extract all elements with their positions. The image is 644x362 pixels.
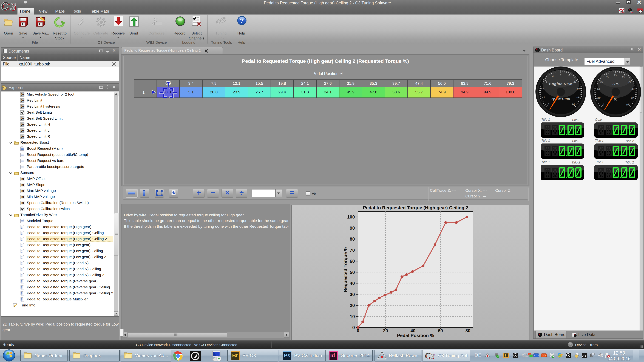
svg-text:80: 80	[465, 328, 470, 333]
svg-text:0: 0	[22, 189, 24, 193]
svg-text:40: 40	[606, 75, 610, 78]
svg-text:90: 90	[350, 225, 355, 231]
svg-text:100: 100	[626, 103, 630, 106]
svg-text:13: 13	[576, 88, 580, 91]
svg-text:10: 10	[598, 96, 601, 99]
svg-text:0: 0	[357, 328, 359, 333]
svg-text:0: 0	[352, 325, 355, 330]
svg-text:50: 50	[614, 73, 618, 76]
svg-text:70: 70	[350, 248, 355, 253]
svg-text:TPS: TPS	[612, 82, 620, 86]
svg-text:14: 14	[576, 96, 579, 99]
svg-text:0: 0	[22, 183, 24, 186]
svg-text:rpmx1000: rpmx1000	[552, 97, 570, 101]
svg-text:80: 80	[350, 236, 355, 242]
svg-text:10: 10	[567, 75, 570, 78]
svg-text:0: 0	[22, 177, 24, 180]
svg-text:3: 3	[10, 1, 16, 11]
svg-text:70: 70	[628, 80, 632, 83]
svg-text:30: 30	[350, 292, 355, 297]
svg-text:Engine RPM: Engine RPM	[549, 82, 573, 86]
svg-text:60: 60	[350, 259, 355, 264]
svg-text:40: 40	[350, 281, 355, 286]
svg-text:0: 0	[22, 123, 24, 126]
svg-text:90: 90	[631, 96, 634, 99]
svg-text:20: 20	[383, 328, 388, 333]
svg-text:40: 40	[410, 328, 416, 333]
svg-text:CC4: CC4	[542, 354, 546, 357]
svg-text:0: 0	[22, 105, 24, 108]
svg-text:11: 11	[573, 80, 576, 83]
svg-text:20: 20	[350, 303, 355, 308]
svg-text:Requested Torque %: Requested Torque %	[343, 247, 348, 292]
svg-text:60: 60	[438, 328, 443, 333]
svg-text:3: 3	[430, 352, 434, 360]
svg-text:80: 80	[632, 88, 635, 91]
svg-text:16: 16	[572, 103, 575, 106]
svg-text:50: 50	[350, 270, 355, 275]
svg-text:0: 0	[22, 129, 24, 132]
svg-text:Pedal to Requested Torque (Hig: Pedal to Requested Torque (High gear) Ce…	[363, 205, 468, 210]
svg-text:10: 10	[350, 314, 355, 319]
svg-text:0: 0	[22, 117, 24, 120]
svg-text:60: 60	[622, 75, 626, 78]
svg-text:0: 0	[22, 135, 24, 138]
svg-text:%: %	[614, 97, 618, 101]
svg-text:0: 0	[22, 196, 24, 199]
svg-text:0: 0	[22, 99, 24, 102]
svg-text:100: 100	[347, 214, 355, 220]
svg-text:20: 20	[596, 88, 600, 91]
svg-text:0: 0	[22, 202, 24, 205]
svg-text:30: 30	[600, 80, 603, 83]
svg-text:Pedal Position %: Pedal Position %	[397, 333, 434, 338]
svg-text:Br: Br	[504, 354, 508, 357]
svg-text:CC3: CC3	[534, 354, 539, 357]
svg-text:0: 0	[22, 93, 24, 96]
svg-text:?: ?	[240, 17, 244, 24]
svg-text:C: C	[1, 0, 9, 11]
